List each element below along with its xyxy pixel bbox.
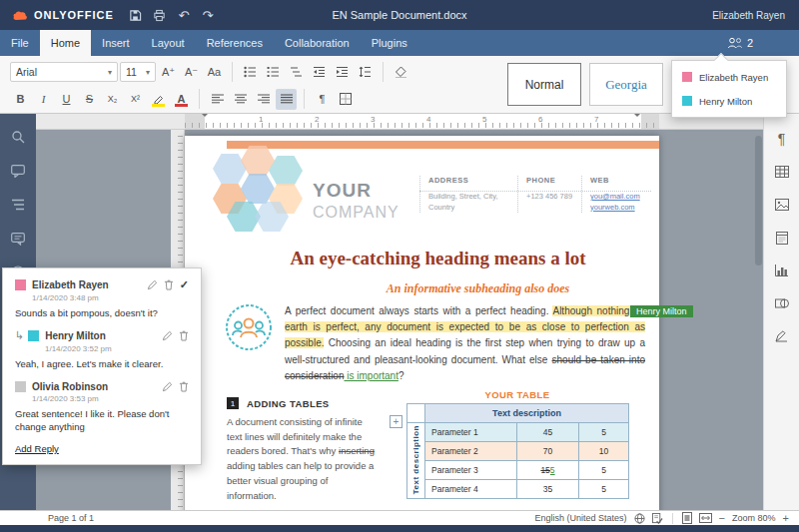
- company-name-line1[interactable]: YOUR: [313, 180, 372, 202]
- language-selector[interactable]: English (United States): [535, 513, 627, 523]
- vertical-scrollbar[interactable]: [755, 130, 762, 508]
- table-cell[interactable]: 155: [517, 461, 579, 480]
- section-body-text[interactable]: A document consisting of infinite text l…: [227, 415, 379, 503]
- tab-file[interactable]: File: [0, 30, 40, 56]
- increase-font-button[interactable]: A⁺: [158, 62, 179, 83]
- edit-comment-icon[interactable]: [162, 330, 173, 341]
- superscript-button[interactable]: X²: [125, 89, 146, 110]
- zoom-level[interactable]: Zoom 80%: [732, 513, 776, 523]
- edit-comment-icon[interactable]: [147, 279, 158, 290]
- table-cell[interactable]: 45: [517, 423, 579, 442]
- table-cell[interactable]: Parameter 1: [425, 423, 517, 442]
- decrease-indent-button[interactable]: [309, 62, 330, 83]
- shape-settings-button[interactable]: [771, 292, 793, 314]
- redo-button[interactable]: ↷: [196, 4, 220, 26]
- table-cell[interactable]: 35: [517, 480, 579, 499]
- increase-indent-button[interactable]: [332, 62, 353, 83]
- table-cell[interactable]: 10: [579, 442, 629, 461]
- fit-page-button[interactable]: [682, 512, 692, 524]
- tab-plugins[interactable]: Plugins: [361, 30, 418, 56]
- resolve-comment-icon[interactable]: ✓: [180, 278, 189, 291]
- tab-layout[interactable]: Layout: [141, 30, 196, 56]
- chart-settings-button[interactable]: [771, 260, 793, 281]
- document-heading[interactable]: An eye-catching heading means a lot: [225, 248, 651, 269]
- style-normal[interactable]: Normal: [507, 63, 581, 106]
- navigation-panel-button[interactable]: [7, 194, 29, 216]
- search-button[interactable]: [7, 126, 29, 148]
- table-cell[interactable]: 5: [579, 423, 629, 442]
- intro-paragraph[interactable]: A perfect document always starts with a …: [285, 303, 645, 384]
- paragraph-settings-button[interactable]: ¶: [771, 128, 793, 150]
- table-header-cell[interactable]: Text description: [425, 404, 629, 423]
- multilevel-list-button[interactable]: [286, 62, 307, 83]
- highlight-color-button[interactable]: [148, 89, 169, 110]
- font-color-button[interactable]: A: [171, 89, 192, 110]
- bold-button[interactable]: B: [10, 89, 31, 110]
- image-settings-button[interactable]: [771, 194, 793, 216]
- underline-button[interactable]: U: [56, 89, 77, 110]
- coedit-users-button[interactable]: 2: [727, 37, 753, 49]
- signature-settings-button[interactable]: [771, 325, 793, 347]
- table-corner-cell[interactable]: [407, 404, 425, 423]
- italic-button[interactable]: I: [33, 89, 54, 110]
- align-justify-button[interactable]: [276, 89, 297, 110]
- table-cell[interactable]: 5: [579, 480, 629, 499]
- set-language-button[interactable]: [634, 513, 645, 524]
- website-link[interactable]: yourweb.com: [590, 203, 643, 214]
- undo-button[interactable]: ↶: [172, 4, 196, 26]
- document-page[interactable]: YOUR COMPANY ADDRESS Building, Street, C…: [185, 136, 659, 510]
- horizontal-ruler[interactable]: 1 2 3 4 5 6 7: [36, 114, 763, 130]
- tab-references[interactable]: References: [196, 30, 274, 56]
- add-reply-link[interactable]: Add Reply: [15, 443, 189, 454]
- nonprinting-chars-button[interactable]: ¶: [312, 89, 333, 110]
- spellcheck-button[interactable]: [652, 513, 663, 524]
- line-spacing-button[interactable]: [355, 62, 376, 83]
- indent-marker-right[interactable]: [633, 114, 641, 121]
- print-button[interactable]: [148, 4, 172, 26]
- contact-info-block[interactable]: ADDRESS Building, Street, City, Country …: [419, 176, 651, 213]
- table-cell[interactable]: Parameter 3: [425, 461, 517, 480]
- comments-panel-button[interactable]: [7, 160, 29, 182]
- data-table[interactable]: Text description Text description Parame…: [406, 403, 629, 499]
- edit-comment-icon[interactable]: [162, 381, 173, 392]
- align-center-button[interactable]: [230, 89, 251, 110]
- chat-panel-button[interactable]: [7, 228, 29, 250]
- company-name-line2[interactable]: COMPANY: [313, 204, 400, 222]
- numbered-list-button[interactable]: [263, 62, 284, 83]
- table-cell[interactable]: Parameter 2: [425, 442, 517, 461]
- zoom-in-button[interactable]: +: [783, 512, 789, 524]
- table-side-label-cell[interactable]: Text description: [407, 423, 425, 499]
- tab-collaboration[interactable]: Collaboration: [274, 30, 361, 56]
- indent-marker-left[interactable]: [201, 114, 209, 121]
- borders-button[interactable]: [335, 89, 356, 110]
- section-heading[interactable]: 1 ADDING TABLES: [227, 397, 330, 409]
- table-settings-button[interactable]: [771, 161, 793, 183]
- bullet-list-button[interactable]: [240, 62, 261, 83]
- table-caption[interactable]: YOUR TABLE: [406, 389, 628, 400]
- tab-home[interactable]: Home: [40, 30, 91, 56]
- header-footer-settings-button[interactable]: [771, 227, 793, 249]
- document-subheading[interactable]: An informative subheading also does: [325, 281, 631, 296]
- strikeout-button[interactable]: S: [79, 89, 100, 110]
- subscript-button[interactable]: X₂: [102, 89, 123, 110]
- zoom-out-button[interactable]: −: [719, 512, 725, 524]
- delete-comment-icon[interactable]: [164, 279, 174, 290]
- table-cell[interactable]: Parameter 4: [425, 480, 517, 499]
- font-name-combo[interactable]: Arial ▾: [10, 62, 118, 82]
- delete-comment-icon[interactable]: [179, 381, 189, 392]
- table-move-handle[interactable]: +: [390, 415, 402, 428]
- save-button[interactable]: [124, 4, 148, 26]
- tab-insert[interactable]: Insert: [91, 30, 141, 56]
- style-georgia[interactable]: Georgia: [589, 63, 663, 106]
- font-size-combo[interactable]: 11 ▾: [120, 62, 156, 82]
- align-right-button[interactable]: [253, 89, 274, 110]
- change-case-button[interactable]: Aa: [204, 62, 225, 83]
- delete-comment-icon[interactable]: [179, 330, 189, 341]
- email-link[interactable]: you@mail.com: [590, 192, 643, 203]
- table-cell[interactable]: 70: [517, 442, 579, 461]
- table-cell[interactable]: 5: [579, 461, 629, 480]
- paragraph-shading-button[interactable]: [391, 62, 411, 83]
- fit-width-button[interactable]: [699, 513, 712, 523]
- scrollbar-thumb[interactable]: [755, 136, 762, 266]
- decrease-font-button[interactable]: A⁻: [181, 62, 202, 83]
